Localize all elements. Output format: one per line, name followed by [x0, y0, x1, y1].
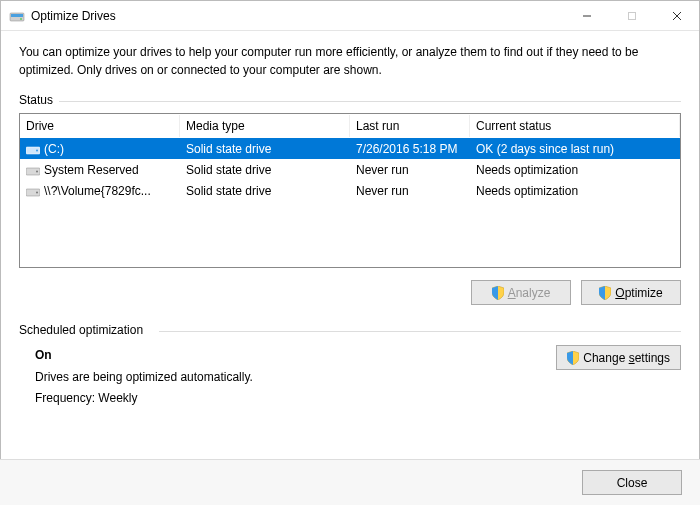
cell-last: 7/26/2016 5:18 PM: [350, 138, 470, 160]
content-area: You can optimize your drives to help you…: [1, 31, 699, 420]
optimize-button[interactable]: Optimize: [581, 280, 681, 305]
table-row[interactable]: System ReservedSolid state driveNever ru…: [20, 159, 680, 180]
scheduled-state: On: [35, 345, 556, 367]
scheduled-freq: Frequency: Weekly: [35, 388, 556, 410]
table-row[interactable]: (C:)Solid state drive7/26/2016 5:18 PMOK…: [20, 138, 680, 159]
scheduled-desc: Drives are being optimized automatically…: [35, 367, 556, 389]
change-settings-button[interactable]: Change settings: [556, 345, 681, 370]
svg-point-2: [20, 18, 22, 20]
scheduled-text: On Drives are being optimized automatica…: [35, 345, 556, 410]
table-row[interactable]: \\?\Volume{7829fc...Solid state driveNev…: [20, 180, 680, 201]
optimize-label: Optimize: [615, 286, 662, 300]
cell-media: Solid state drive: [180, 138, 350, 160]
scheduled-section: Scheduled optimization On Drives are bei…: [19, 323, 681, 410]
cell-drive: System Reserved: [20, 159, 180, 181]
svg-point-12: [36, 192, 38, 194]
svg-point-10: [36, 171, 38, 173]
analyze-label: Analyze: [508, 286, 551, 300]
footer: Close: [0, 459, 700, 505]
col-media[interactable]: Media type: [180, 115, 350, 137]
change-settings-label: Change settings: [583, 351, 670, 365]
shield-icon: [492, 286, 504, 300]
table-body: (C:)Solid state drive7/26/2016 5:18 PMOK…: [20, 138, 680, 201]
table-header: Drive Media type Last run Current status: [20, 114, 680, 138]
cell-last: Never run: [350, 180, 470, 202]
col-drive[interactable]: Drive: [20, 115, 180, 137]
scheduled-label: Scheduled optimization: [19, 323, 681, 337]
svg-rect-4: [628, 12, 635, 19]
app-icon: [9, 8, 25, 24]
status-label-text: Status: [19, 93, 53, 107]
action-buttons-row: Analyze Optimize: [19, 280, 681, 305]
cell-last: Never run: [350, 159, 470, 181]
window-controls: [564, 1, 699, 30]
status-section-label: Status: [19, 93, 681, 107]
drives-table: Drive Media type Last run Current status…: [19, 113, 681, 268]
cell-status: Needs optimization: [470, 159, 680, 181]
minimize-button[interactable]: [564, 1, 609, 30]
cell-status: OK (2 days since last run): [470, 138, 680, 160]
analyze-button[interactable]: Analyze: [471, 280, 571, 305]
close-button[interactable]: Close: [582, 470, 682, 495]
cell-media: Solid state drive: [180, 180, 350, 202]
col-current-status[interactable]: Current status: [470, 115, 680, 137]
shield-icon: [599, 286, 611, 300]
intro-text: You can optimize your drives to help you…: [19, 43, 681, 79]
drive-icon: [26, 165, 40, 175]
svg-rect-1: [11, 14, 23, 17]
close-window-button[interactable]: [654, 1, 699, 30]
window-title: Optimize Drives: [31, 9, 564, 23]
shield-icon: [567, 351, 579, 365]
col-last-run[interactable]: Last run: [350, 115, 470, 137]
cell-drive: \\?\Volume{7829fc...: [20, 180, 180, 202]
drive-icon: [26, 186, 40, 196]
maximize-button: [609, 1, 654, 30]
svg-point-8: [36, 150, 38, 152]
drive-icon: [26, 144, 40, 154]
titlebar: Optimize Drives: [1, 1, 699, 31]
cell-status: Needs optimization: [470, 180, 680, 202]
cell-media: Solid state drive: [180, 159, 350, 181]
cell-drive: (C:): [20, 138, 180, 160]
